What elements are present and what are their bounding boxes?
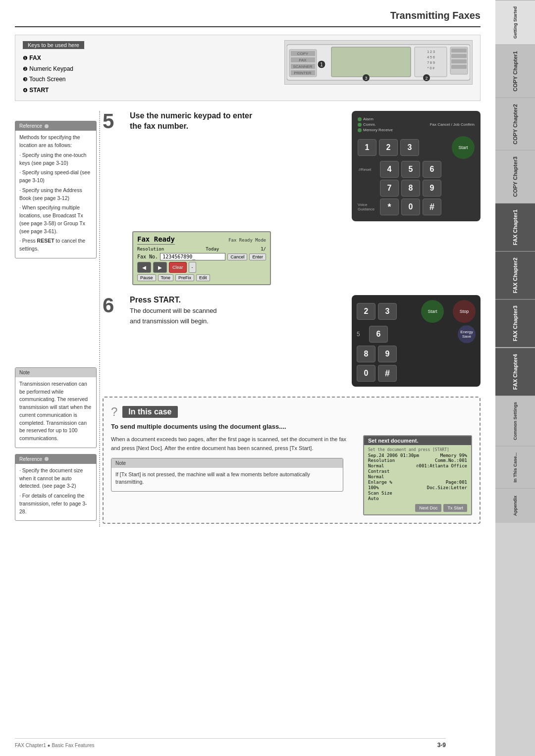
energy-save-button[interactable]: Energy Save <box>458 325 476 343</box>
reset-label: //Reset <box>358 167 377 172</box>
stop-button[interactable]: Stop <box>453 300 476 323</box>
alarm-label: Alarm <box>363 117 374 121</box>
comm-label: Comm. <box>363 122 376 127</box>
page-number: 3-9 <box>437 742 446 749</box>
today-label: Today <box>206 247 219 252</box>
in-this-case-section: ? In this case To send multiple document… <box>103 397 481 524</box>
in-this-case-text: When a document exceeds two pages, after… <box>111 435 356 453</box>
fax-screen-container: Fax Ready Fax Ready Mode Resolution Toda… <box>132 231 481 285</box>
set-next-doc-date-memory: Sep.24 2006 01:30pm Memory 99% <box>368 453 467 458</box>
question-mark-icon: ? <box>111 405 117 419</box>
sidebar-tab-copy2[interactable]: COPY Chapter2 <box>495 98 535 151</box>
enter-button[interactable]: Enter <box>249 253 266 260</box>
start-button-2[interactable]: Start <box>421 300 444 323</box>
footer-text: FAX Chapter1 ● Basic Fax Features <box>15 743 95 748</box>
key-6[interactable]: 6 <box>423 161 441 178</box>
tx-start-button[interactable]: Tx Start <box>443 504 467 512</box>
sidebar-tab-getting-started[interactable]: Getting Started <box>495 0 535 45</box>
set-next-doc-subtitle: Set the document and press [START] <box>368 448 467 452</box>
step-6-title: Press START. The document will be scanne… <box>130 295 344 326</box>
right-arrow-btn[interactable]: ► <box>153 262 167 273</box>
key-star[interactable]: * <box>380 199 399 215</box>
key6-9[interactable]: 9 <box>378 346 397 362</box>
left-arrow-btn[interactable]: ◄ <box>137 262 151 273</box>
sidebar-tab-in-this[interactable]: In This Case... <box>495 446 535 489</box>
key-9[interactable]: 9 <box>423 180 441 197</box>
memory-indicator: Memory Receive <box>358 128 415 132</box>
keys-row-4-6: //Reset 4 5 6 <box>358 161 475 178</box>
key-5[interactable]: 5 <box>401 161 420 178</box>
edit-button[interactable]: Edit <box>196 274 210 281</box>
key-hash[interactable]: # <box>423 199 441 215</box>
dotted-separator <box>97 111 103 527</box>
svg-rect-28 <box>451 65 467 69</box>
dash-button[interactable]: - <box>189 262 196 273</box>
start-button-1[interactable]: Start <box>452 136 475 159</box>
step-5-number: 5 <box>103 111 122 132</box>
key-0[interactable]: 0 <box>401 199 420 215</box>
voice-guidance-label: Voice Guidance <box>358 202 377 211</box>
prefix-button[interactable]: PreFix <box>175 274 194 281</box>
sidebar-tab-fax4[interactable]: FAX Chapter4 <box>495 348 535 396</box>
step-5-title: Use the numeric keypad to enter the fax … <box>130 111 344 132</box>
sidebar-tab-fax1[interactable]: FAX Chapter1 <box>495 203 535 251</box>
next-doc-button[interactable]: Next Doc <box>415 504 441 512</box>
snd-row-8: Auto <box>368 496 467 501</box>
ref-dot-1 <box>45 124 49 128</box>
fax-screen-mode: Fax Ready Mode <box>228 238 266 243</box>
ref-dot-2 <box>45 457 49 461</box>
keypad-image-1: Alarm Comm. Memory Receive <box>352 111 481 221</box>
sidebar-tab-appendix[interactable]: Appendix <box>495 488 535 523</box>
fax-number-input[interactable]: 1234567890_ <box>160 253 225 260</box>
memory-light <box>358 128 362 132</box>
alarm-light <box>358 117 362 121</box>
sidebar-tab-copy1[interactable]: COPY Chapter1 <box>495 45 535 98</box>
fax-no-label: Fax No. <box>137 254 158 259</box>
resolution-label: Resolution <box>137 247 164 252</box>
cancel-button[interactable]: Cancel <box>227 253 247 260</box>
svg-rect-25 <box>451 49 467 52</box>
key-7[interactable]: 7 <box>380 180 399 197</box>
fax-cancel-label: Fax Cancel / Job Confirm <box>418 122 475 127</box>
key-3[interactable]: 3 <box>400 139 419 156</box>
fax-no-row: Fax No. 1234567890_ Cancel Enter <box>137 253 266 260</box>
reference-body-1: Methods for specifying the location are … <box>15 131 96 258</box>
sidebar-tab-fax3[interactable]: FAX Chapter3 <box>495 299 535 347</box>
fax-screen: Fax Ready Fax Ready Mode Resolution Toda… <box>132 231 271 285</box>
in-this-case-subtitle: To send multiple documents using the doc… <box>111 423 472 430</box>
set-next-doc-display: Set next document. Set the document and … <box>363 435 472 515</box>
clear-button[interactable]: Clear <box>169 262 187 273</box>
sidebar-tab-common[interactable]: Common Settings <box>495 396 535 446</box>
key6-8[interactable]: 8 <box>357 346 375 362</box>
key-2[interactable]: 2 <box>379 139 398 156</box>
key-item-4: ❹ START <box>23 85 274 96</box>
indicator-row: Alarm Comm. Memory Receive <box>358 117 475 132</box>
tone-button[interactable]: Tone <box>158 274 174 281</box>
pause-button[interactable]: Pause <box>137 274 156 281</box>
indicators: Alarm Comm. Memory Receive <box>358 117 415 132</box>
sidebar-tab-copy3[interactable]: COPY Chapter3 <box>495 150 535 203</box>
right-column: 5 Use the numeric keypad to enter the fa… <box>103 111 481 527</box>
right-sidebar: Getting Started COPY Chapter1 COPY Chapt… <box>495 0 535 756</box>
set-next-doc-body: Set the document and press [START] Sep.2… <box>364 445 471 514</box>
key-1[interactable]: 1 <box>358 139 376 156</box>
reference-box-1: Reference Methods for specifying the loc… <box>15 121 97 258</box>
sidebar-tab-fax2[interactable]: FAX Chapter2 <box>495 251 535 299</box>
key6-2[interactable]: 2 <box>357 303 375 320</box>
key6-5-label: 5 <box>357 331 367 338</box>
key6-hash[interactable]: # <box>378 365 397 382</box>
key-4[interactable]: 4 <box>380 161 399 178</box>
key6-0[interactable]: 0 <box>357 365 375 382</box>
key6-6[interactable]: 6 <box>369 326 388 343</box>
key6-3[interactable]: 3 <box>378 303 397 320</box>
reference-header-2: Reference <box>15 454 96 464</box>
key-item-2: ❷ Numeric Keypad <box>23 64 274 75</box>
step6-row-1: 2 3 Start Stop <box>357 300 476 323</box>
key-item-1: ❶ FAX <box>23 53 274 64</box>
svg-text:4  5  6: 4 5 6 <box>427 55 435 59</box>
svg-rect-27 <box>451 59 467 63</box>
step-6-subtitle1: The document will be scanned <box>130 307 217 314</box>
key-8[interactable]: 8 <box>401 180 420 197</box>
note-box-2: Note If [Tx Start] is not pressed, the m… <box>111 458 343 492</box>
step6-row-2: 5 6 Energy Save <box>357 325 476 343</box>
